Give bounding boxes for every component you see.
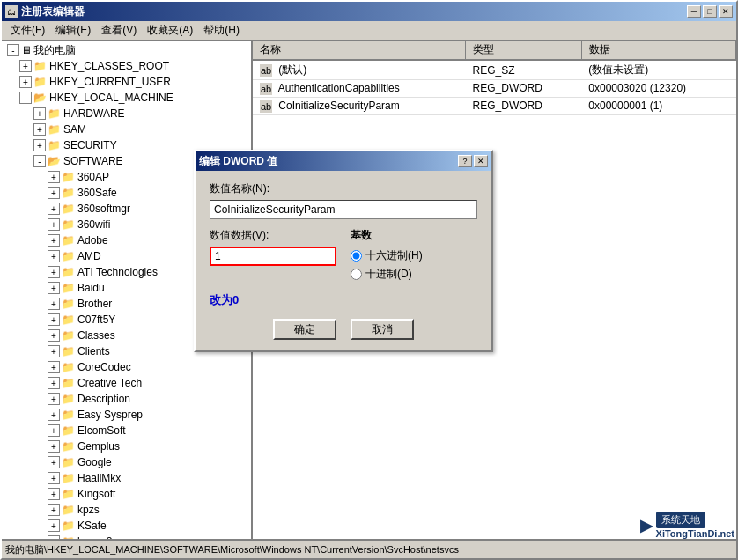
watermark: ▶ 系统天地 XiTongTianDi.net: [640, 512, 734, 539]
watermark-logo: 系统天地: [656, 512, 705, 528]
value-name-input[interactable]: [210, 200, 477, 219]
dialog-title-buttons: ? ✕: [458, 155, 488, 167]
dialog-value-section: 数值数据(V):: [210, 228, 336, 285]
dialog-base-section: 基数 十六进制(H) 十进制(D): [351, 228, 477, 285]
cancel-button[interactable]: 取消: [351, 319, 414, 340]
watermark-url: XiTongTianDi.net: [656, 528, 734, 539]
dialog-help-button[interactable]: ?: [458, 155, 472, 167]
dialog-close-button[interactable]: ✕: [474, 155, 488, 167]
value-data-input[interactable]: [210, 247, 336, 266]
value-name-label: 数值名称(N):: [210, 181, 477, 196]
hex-radio-label: 十六进制(H): [365, 248, 423, 263]
change-to-label: 改为0: [210, 292, 477, 308]
watermark-icon: ▶: [640, 516, 653, 535]
dialog-overlay: 编辑 DWORD 值 ? ✕ 数值名称(N): 数值数据(V): 基数: [0, 0, 738, 560]
dialog-title-bar: 编辑 DWORD 值 ? ✕: [196, 151, 491, 171]
dialog-title-text: 编辑 DWORD 值: [199, 154, 277, 169]
dec-radio[interactable]: [351, 269, 362, 280]
watermark-text-block: 系统天地 XiTongTianDi.net: [656, 512, 734, 539]
dialog-body: 数值名称(N): 数值数据(V): 基数 十六进制(H) 十进制(D): [196, 171, 491, 350]
hex-radio[interactable]: [351, 250, 362, 262]
base-label: 基数: [351, 228, 477, 243]
hex-radio-row: 十六进制(H): [351, 248, 477, 263]
ok-button[interactable]: 确定: [273, 319, 336, 340]
dec-radio-row: 十进制(D): [351, 267, 477, 282]
value-data-label: 数值数据(V):: [210, 228, 336, 243]
dialog-middle-row: 数值数据(V): 基数 十六进制(H) 十进制(D): [210, 228, 477, 285]
dec-radio-label: 十进制(D): [365, 267, 412, 282]
edit-dword-dialog: 编辑 DWORD 值 ? ✕ 数值名称(N): 数值数据(V): 基数: [194, 150, 493, 352]
dialog-buttons: 确定 取消: [210, 319, 477, 340]
